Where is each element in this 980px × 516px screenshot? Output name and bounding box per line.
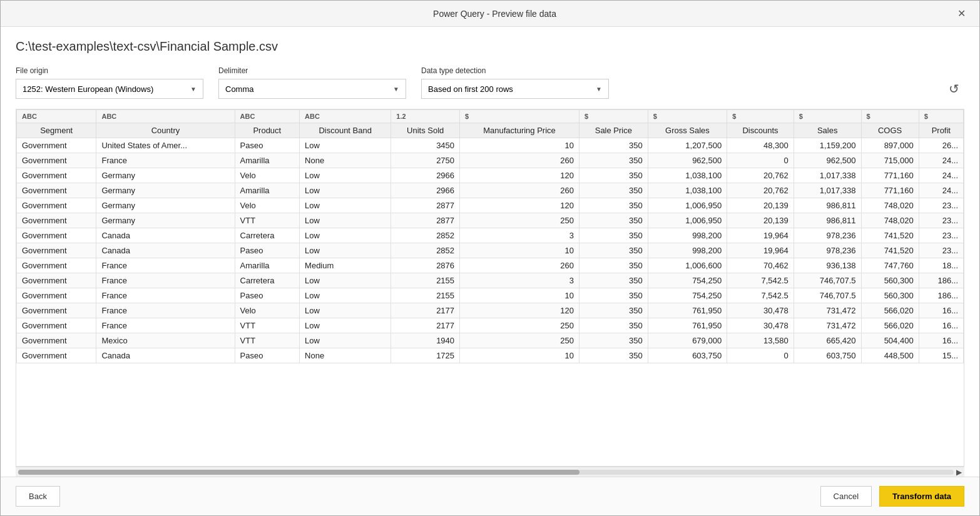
data-type-dropdown[interactable]: Based on first 200 rows ▼ [421,79,609,99]
cancel-button[interactable]: Cancel [820,486,872,507]
table-cell: France [96,153,235,168]
table-cell: None [300,348,391,363]
scrollbar-thumb[interactable] [18,470,579,475]
table-cell: France [96,318,235,333]
data-type-arrow-icon: ▼ [596,86,602,93]
table-cell: 10 [460,243,579,258]
table-cell: Mexico [96,333,235,348]
table-cell: 3450 [391,138,460,153]
footer: Back Cancel Transform data [1,477,979,515]
file-origin-group: File origin 1252: Western European (Wind… [16,66,203,99]
delimiter-dropdown[interactable]: Comma ▼ [218,79,406,99]
table-cell: Velo [235,168,300,183]
file-origin-arrow-icon: ▼ [190,86,197,93]
table-cell: 962,500 [648,153,727,168]
table-cell: 2877 [391,213,460,228]
table-cell: 10 [460,288,579,303]
table-cell: Government [17,228,96,243]
table-cell: 20,762 [727,183,794,198]
table-cell: 1,017,338 [794,183,861,198]
table-cell: 998,200 [648,243,727,258]
table-cell: Low [300,198,391,213]
column-header-discount-band: ABCDiscount Band [300,110,391,138]
delimiter-arrow-icon: ▼ [393,86,399,93]
table-cell: Canada [96,243,235,258]
table-cell: 3 [460,228,579,243]
column-type-icon: $ [727,110,794,123]
table-cell: Low [300,138,391,153]
table-cell: Government [17,213,96,228]
back-button[interactable]: Back [16,486,60,507]
table-cell: 998,200 [648,228,727,243]
table-cell: Government [17,138,96,153]
table-cell: France [96,273,235,288]
table-cell: 120 [460,198,579,213]
data-type-label: Data type detection [421,66,609,75]
table-cell: 16... [919,303,963,318]
table-cell: 560,300 [861,273,919,288]
table-cell: 2177 [391,318,460,333]
table-cell: 986,811 [794,213,861,228]
table-cell: 23... [919,228,963,243]
column-header-units-sold: 1.2Units Sold [391,110,460,138]
table-row: GovernmentMexicoVTTLow1940250350679,0001… [17,333,964,348]
table-wrapper[interactable]: ABCSegmentABCCountryABCProductABCDiscoun… [16,109,964,467]
table-cell: 771,160 [861,168,919,183]
column-type-icon: ABC [96,110,234,123]
table-cell: 504,400 [861,333,919,348]
column-name: Manufacturing Price [460,123,579,138]
column-type-icon: $ [862,110,919,123]
table-cell: 186... [919,288,963,303]
transform-button[interactable]: Transform data [879,486,964,507]
table-cell: 741,520 [861,228,919,243]
table-cell: 2966 [391,168,460,183]
column-header-manufacturing-price: $Manufacturing Price [460,110,579,138]
table-cell: Government [17,258,96,273]
table-cell: 741,520 [861,243,919,258]
table-cell: 48,300 [727,138,794,153]
table-cell: 715,000 [861,153,919,168]
table-cell: Paseo [235,243,300,258]
table-row: GovernmentFrancePaseoLow215510350754,250… [17,288,964,303]
table-row: GovernmentGermanyVeloLow28771203501,006,… [17,198,964,213]
table-cell: 1,038,100 [648,168,727,183]
table-cell: 120 [460,303,579,318]
file-origin-dropdown[interactable]: 1252: Western European (Windows) ▼ [16,79,203,99]
table-cell: 350 [579,333,648,348]
table-cell: 16... [919,318,963,333]
table-cell: 1725 [391,348,460,363]
table-cell: 260 [460,153,579,168]
table-cell: 19,964 [727,228,794,243]
table-area: ABCSegmentABCCountryABCProductABCDiscoun… [16,109,964,477]
delimiter-value: Comma [225,84,254,94]
table-cell: 15... [919,348,963,363]
table-cell: 731,472 [794,318,861,333]
footer-left: Back [16,486,60,507]
table-cell: 186... [919,273,963,288]
column-type-icon: ABC [235,110,300,123]
table-cell: France [96,303,235,318]
table-row: GovernmentGermanyAmarillaLow29662603501,… [17,183,964,198]
table-row: GovernmentFranceVTTLow2177250350761,9503… [17,318,964,333]
data-table: ABCSegmentABCCountryABCProductABCDiscoun… [16,109,964,363]
table-cell: 250 [460,318,579,333]
column-header-cogs: $COGS [861,110,919,138]
table-cell: Germany [96,168,235,183]
table-cell: Germany [96,183,235,198]
table-cell: Velo [235,303,300,318]
table-cell: 2877 [391,198,460,213]
table-cell: 761,950 [648,318,727,333]
column-name: Units Sold [391,123,459,138]
table-cell: 978,236 [794,228,861,243]
column-name: Discount Band [300,123,390,138]
data-type-group: Data type detection Based on first 200 r… [421,66,609,99]
close-button[interactable]: ✕ [954,6,969,21]
footer-right: Cancel Transform data [820,486,964,507]
scroll-right-arrow[interactable]: ▶ [956,468,962,477]
table-cell: 350 [579,168,648,183]
table-cell: 23... [919,198,963,213]
table-cell: 2750 [391,153,460,168]
refresh-button[interactable]: ↺ [944,79,964,99]
table-row: GovernmentCanadaPaseoLow285210350998,200… [17,243,964,258]
horizontal-scrollbar[interactable]: ▶ [16,467,964,477]
